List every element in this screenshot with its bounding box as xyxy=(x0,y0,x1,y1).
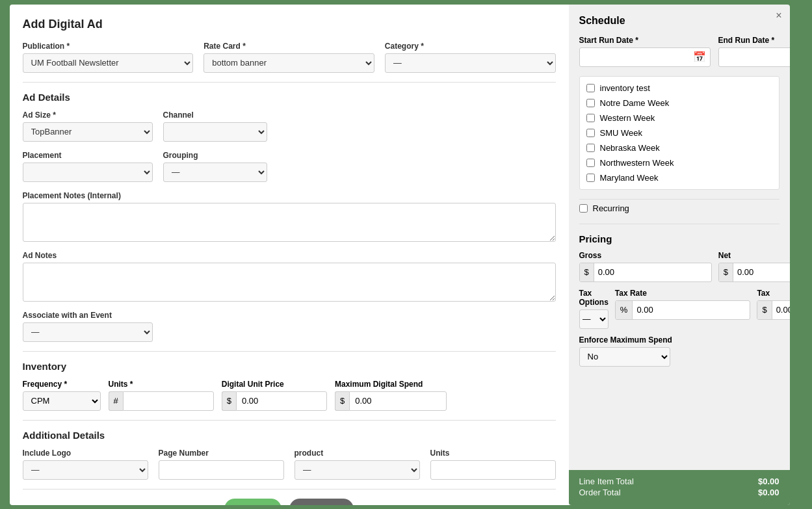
category-select[interactable]: — xyxy=(385,53,556,73)
add-units-input[interactable] xyxy=(430,460,556,480)
placement-notes-group: Placement Notes (Internal) xyxy=(23,191,556,242)
recurring-label: Recurring xyxy=(593,203,629,213)
rate-card-label: Rate Card * xyxy=(203,42,374,51)
include-logo-group: Include Logo — xyxy=(23,449,148,480)
add-units-group: Units xyxy=(430,449,556,480)
units-input[interactable] xyxy=(123,391,214,411)
schedule-item-3[interactable]: SMU Week xyxy=(580,125,779,140)
end-date-input[interactable] xyxy=(723,52,790,62)
product-select[interactable]: — xyxy=(295,460,420,480)
schedule-checkbox-5[interactable] xyxy=(586,159,595,167)
schedule-item-label-0: inventory test xyxy=(600,83,650,93)
ad-notes-group: Ad Notes xyxy=(23,251,556,302)
start-calendar-icon[interactable]: 📅 xyxy=(693,51,706,63)
schedule-checkbox-0[interactable] xyxy=(586,84,595,92)
pricing-main-row: Gross $ Net $ Barter $ xyxy=(579,251,779,282)
totals-bar: Line Item Total $0.00 Order Total $0.00 xyxy=(569,470,790,505)
recurring-row: Recurring xyxy=(579,199,779,213)
placement-notes-label: Placement Notes (Internal) xyxy=(23,191,556,200)
line-item-total-row: Line Item Total $0.00 xyxy=(579,476,779,486)
divider-1 xyxy=(23,82,556,83)
cancel-button[interactable]: Cancel xyxy=(289,499,354,505)
schedule-item-5[interactable]: Northwestern Week xyxy=(580,155,779,170)
line-item-total-label: Line Item Total xyxy=(579,476,634,486)
ad-size-select[interactable]: TopBanner xyxy=(23,122,153,142)
schedule-item-label-2: Western Week xyxy=(600,113,655,123)
digital-unit-price-prefix: $ xyxy=(222,391,236,411)
schedule-checkbox-2[interactable] xyxy=(586,114,595,122)
divider-3 xyxy=(23,420,556,421)
schedule-item-4[interactable]: Nebraska Week xyxy=(580,140,779,155)
ad-notes-input[interactable] xyxy=(23,263,556,302)
include-logo-select[interactable]: — xyxy=(23,460,148,480)
placement-notes-input[interactable] xyxy=(23,203,556,242)
schedule-item-0[interactable]: inventory test xyxy=(580,81,779,96)
placement-select[interactable] xyxy=(23,163,153,182)
max-digital-spend-input[interactable] xyxy=(349,391,447,411)
channel-group: Channel xyxy=(163,111,267,142)
end-date-label: End Run Date * xyxy=(718,36,790,45)
schedule-item-2[interactable]: Western Week xyxy=(580,111,779,125)
save-button[interactable]: Save xyxy=(224,499,282,505)
schedule-item-label-1: Notre Dame Week xyxy=(600,98,670,108)
page-number-input[interactable] xyxy=(159,460,284,480)
gross-input-wrapper: $ xyxy=(579,263,712,282)
gross-input[interactable] xyxy=(594,267,711,277)
schedule-checkbox-4[interactable] xyxy=(586,144,595,152)
max-digital-spend-wrapper: $ xyxy=(335,391,447,411)
ad-details-title: Ad Details xyxy=(23,92,556,103)
tax-prefix: $ xyxy=(757,301,772,319)
ad-size-group: Ad Size * TopBanner xyxy=(23,111,153,142)
ad-size-label: Ad Size * xyxy=(23,111,153,120)
gross-group: Gross $ xyxy=(579,251,712,282)
schedule-checkbox-1[interactable] xyxy=(586,99,595,107)
ad-notes-label: Ad Notes xyxy=(23,251,556,260)
schedule-item-6[interactable]: Maryland Week xyxy=(580,170,779,185)
rate-card-select[interactable]: bottom banner xyxy=(203,53,374,73)
schedule-list: inventory test Notre Dame Week Western W… xyxy=(579,76,779,190)
associate-event-group: Associate with an Event — xyxy=(23,311,153,342)
tax-options-select[interactable]: — xyxy=(579,309,609,329)
digital-unit-price-input[interactable] xyxy=(236,391,327,411)
start-date-wrapper: 📅 xyxy=(579,47,711,67)
units-prefix: # xyxy=(109,391,123,411)
units-group: Units * # xyxy=(109,380,214,411)
modal-footer: Save Cancel xyxy=(23,489,556,505)
net-label: Net xyxy=(718,251,790,260)
modal-title: Add Digital Ad xyxy=(23,18,556,31)
tax-options-group: Tax Options — xyxy=(579,289,609,329)
grouping-label: Grouping xyxy=(163,151,267,160)
tax-input[interactable] xyxy=(772,305,790,315)
schedule-checkbox-6[interactable] xyxy=(586,174,595,182)
recurring-checkbox[interactable] xyxy=(579,204,588,213)
frequency-group: Frequency * CPM xyxy=(23,380,101,411)
line-item-total-value: $0.00 xyxy=(758,476,779,486)
add-units-label: Units xyxy=(430,449,556,458)
product-group: product — xyxy=(295,449,420,480)
start-date-label: Start Run Date * xyxy=(579,36,711,45)
order-total-value: $0.00 xyxy=(758,488,779,497)
grouping-select[interactable]: — xyxy=(163,163,267,182)
gross-label: Gross xyxy=(579,251,712,260)
net-input[interactable] xyxy=(733,267,790,277)
start-date-input[interactable] xyxy=(584,52,693,62)
schedule-checkbox-3[interactable] xyxy=(586,129,595,137)
schedule-item-label-3: SMU Week xyxy=(600,128,643,138)
tax-rate-input[interactable] xyxy=(633,305,750,315)
tax-input-wrapper: $ xyxy=(757,300,789,320)
digital-unit-price-group: Digital Unit Price $ xyxy=(222,380,327,411)
enforce-select[interactable]: No xyxy=(579,347,670,367)
enforce-label: Enforce Maximum Spend xyxy=(579,335,779,345)
date-row: Start Run Date * 📅 End Run Date * 📅 xyxy=(579,36,779,67)
channel-select[interactable] xyxy=(163,122,267,142)
associate-event-select[interactable]: — xyxy=(23,322,153,342)
additional-details-title: Additional Details xyxy=(23,430,556,441)
grouping-group: Grouping — xyxy=(163,151,267,182)
schedule-item-1[interactable]: Notre Dame Week xyxy=(580,96,779,111)
frequency-select[interactable]: CPM xyxy=(23,391,101,411)
end-date-wrapper: 📅 xyxy=(718,47,790,67)
pricing-title: Pricing xyxy=(579,233,779,244)
publication-label: Publication * xyxy=(23,42,194,51)
close-button[interactable]: × xyxy=(776,10,781,21)
publication-select[interactable]: UM Football Newsletter xyxy=(23,53,194,73)
